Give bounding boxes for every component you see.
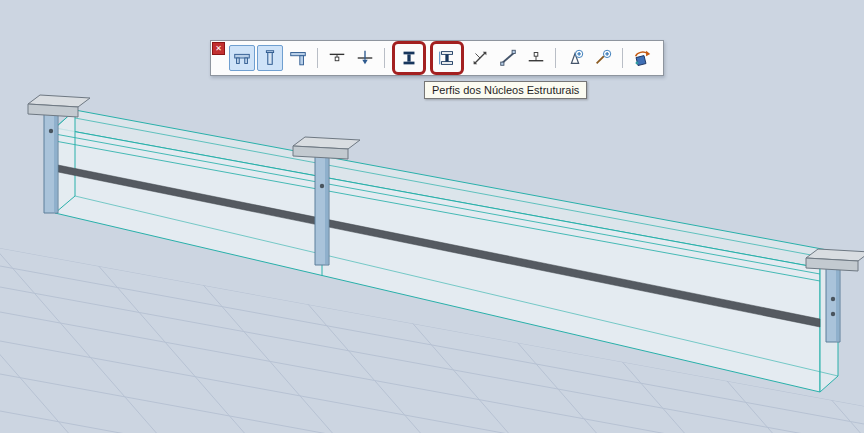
floating-toolbar: ✕ [210, 40, 664, 76]
reference-line-top-icon[interactable] [324, 45, 350, 71]
toolbar-separator [384, 48, 385, 68]
stretch-icon[interactable] [467, 45, 493, 71]
reference-offset-icon[interactable] [523, 45, 549, 71]
two-span-glass-beam [55, 110, 838, 392]
beam-tool-icon[interactable] [229, 45, 255, 71]
column-tool-icon[interactable] [257, 45, 283, 71]
orbit-3d-icon[interactable] [629, 45, 655, 71]
structural-core-profiles-icon[interactable] [434, 45, 460, 71]
slanted-member-icon[interactable] [495, 45, 521, 71]
toolbar-separator [317, 48, 318, 68]
entire-element-profiles-icon[interactable] [396, 45, 422, 71]
magnify-plus-icon[interactable] [562, 45, 588, 71]
draw-plus-icon[interactable] [590, 45, 616, 71]
toolbar-separator [622, 48, 623, 68]
beam-and-column-tool-icon[interactable] [285, 45, 311, 71]
toolbar-icon-row [229, 45, 655, 71]
reference-line-center-icon[interactable] [352, 45, 378, 71]
tooltip: Perfis dos Núcleos Estruturais [424, 81, 587, 99]
cad-3d-window: ✕ Perfis dos Núcleos Estruturais [0, 0, 864, 433]
toolbar-separator [555, 48, 556, 68]
close-button[interactable]: ✕ [212, 42, 225, 55]
